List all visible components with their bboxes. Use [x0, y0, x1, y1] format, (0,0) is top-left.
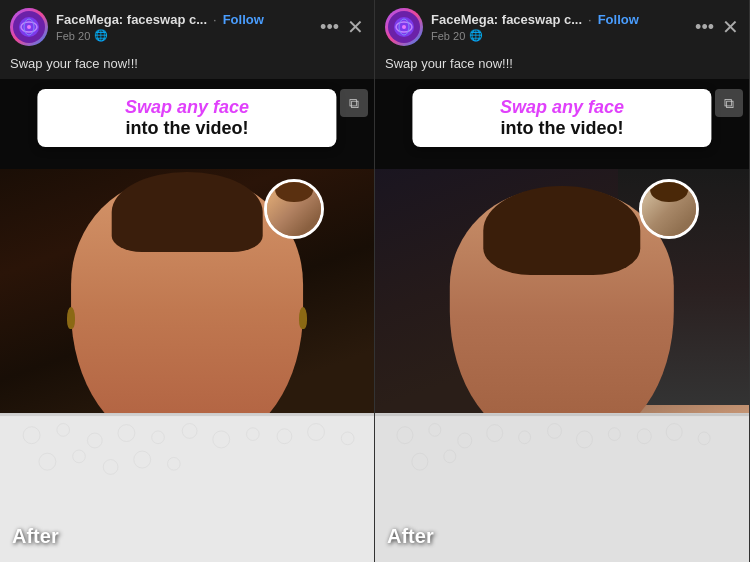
post-date-left: Feb 20: [56, 30, 90, 42]
left-post-panel: FaceMega: faceswap c... · Follow Feb 20 …: [0, 0, 375, 562]
header-top-row-left: FaceMega: faceswap c... · Follow: [56, 12, 312, 27]
face-overlay-circle-right: [639, 179, 699, 239]
page-name-left: FaceMega: faceswap c...: [56, 12, 207, 27]
avatar-icon-left: [13, 11, 45, 43]
text-overlay-right: Swap any face into the video!: [412, 89, 711, 147]
overlay-start-left: Swap: [125, 97, 177, 117]
avatar-right[interactable]: [385, 8, 423, 46]
follow-button-right[interactable]: Follow: [598, 12, 639, 27]
post-caption-left: Swap your face now!!!: [0, 54, 374, 79]
privacy-icon-left: 🌐: [94, 29, 108, 42]
close-button-right[interactable]: ✕: [722, 17, 739, 37]
video-left[interactable]: Swap any face into the video! ⧉ After: [0, 79, 374, 562]
header-actions-right: ••• ✕: [695, 17, 739, 37]
right-post-panel: FaceMega: faceswap c... · Follow Feb 20 …: [375, 0, 750, 562]
svg-point-25: [402, 25, 406, 29]
header-actions-left: ••• ✕: [320, 17, 364, 37]
close-button-left[interactable]: ✕: [347, 17, 364, 37]
copy-icon-left[interactable]: ⧉: [340, 89, 368, 117]
overlay-start-right: Swap: [500, 97, 552, 117]
post-header-right: FaceMega: faceswap c... · Follow Feb 20 …: [375, 0, 749, 54]
post-meta-left: Feb 20 🌐: [56, 29, 312, 42]
text-overlay-left: Swap any face into the video!: [37, 89, 336, 147]
post-date-right: Feb 20: [431, 30, 465, 42]
overlay-line2-right: into the video!: [426, 118, 697, 139]
header-info-left: FaceMega: faceswap c... · Follow Feb 20 …: [56, 12, 312, 42]
svg-rect-21: [0, 414, 374, 416]
follow-button-left[interactable]: Follow: [223, 12, 264, 27]
face-overlay-circle-left: [264, 179, 324, 239]
copy-icon-right[interactable]: ⧉: [715, 89, 743, 117]
separator-right: ·: [588, 12, 592, 27]
overlay-line1-right: Swap any face: [426, 97, 697, 118]
overlay-highlight-right: any face: [552, 97, 624, 117]
post-content-right: Swap any face into the video! ⧉ After: [375, 79, 749, 562]
svg-point-3: [27, 25, 31, 29]
separator-left: ·: [213, 12, 217, 27]
privacy-icon-right: 🌐: [469, 29, 483, 42]
avatar-icon-right: [388, 11, 420, 43]
avatar-left[interactable]: [10, 8, 48, 46]
post-content-left: Swap any face into the video! ⧉ After: [0, 79, 374, 562]
hair-left: [112, 172, 263, 252]
hair-right-panel: [483, 186, 640, 275]
svg-rect-40: [375, 414, 749, 416]
overlay-line2-left: into the video!: [51, 118, 322, 139]
overlay-line1-left: Swap any face: [51, 97, 322, 118]
video-right[interactable]: Swap any face into the video! ⧉ After: [375, 79, 749, 562]
header-info-right: FaceMega: faceswap c... · Follow Feb 20 …: [431, 12, 687, 42]
post-meta-right: Feb 20 🌐: [431, 29, 687, 42]
more-button-right[interactable]: •••: [695, 18, 714, 36]
post-header-left: FaceMega: faceswap c... · Follow Feb 20 …: [0, 0, 374, 54]
after-label-left: After: [12, 525, 59, 548]
after-label-right: After: [387, 525, 434, 548]
post-caption-right: Swap your face now!!!: [375, 54, 749, 79]
earring-right-item: [299, 307, 307, 329]
header-top-row-right: FaceMega: faceswap c... · Follow: [431, 12, 687, 27]
page-name-right: FaceMega: faceswap c...: [431, 12, 582, 27]
more-button-left[interactable]: •••: [320, 18, 339, 36]
face-shape-right: [450, 189, 674, 444]
overlay-highlight-left: any face: [177, 97, 249, 117]
